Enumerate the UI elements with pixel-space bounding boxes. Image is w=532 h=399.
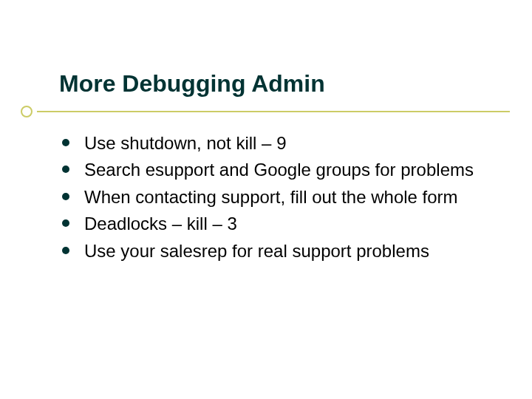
list-item: Deadlocks – kill – 3 [81,212,495,236]
slide: More Debugging Admin Use shutdown, not k… [0,0,532,399]
bullet-icon [62,166,69,173]
list-item: When contacting support, fill out the wh… [81,185,495,209]
rule-line [37,111,510,112]
list-item-text: Use shutdown, not kill – 9 [84,133,286,153]
slide-title: More Debugging Admin [59,70,495,98]
bullet-list: Use shutdown, not kill – 9 Search esuppo… [59,132,495,263]
bullet-icon [62,247,69,254]
list-item: Use your salesrep for real support probl… [81,239,495,263]
list-item-text: Search esupport and Google groups for pr… [84,160,474,180]
list-item: Use shutdown, not kill – 9 [81,132,495,155]
bullet-icon [62,139,69,146]
list-item-text: When contacting support, fill out the wh… [84,187,458,207]
title-rule [37,105,495,106]
bullet-icon [62,193,69,200]
list-item: Search esupport and Google groups for pr… [81,158,495,182]
list-item-text: Use your salesrep for real support probl… [84,241,429,261]
rule-circle-icon [21,106,33,117]
list-item-text: Deadlocks – kill – 3 [84,214,237,233]
bullet-icon [62,219,69,227]
